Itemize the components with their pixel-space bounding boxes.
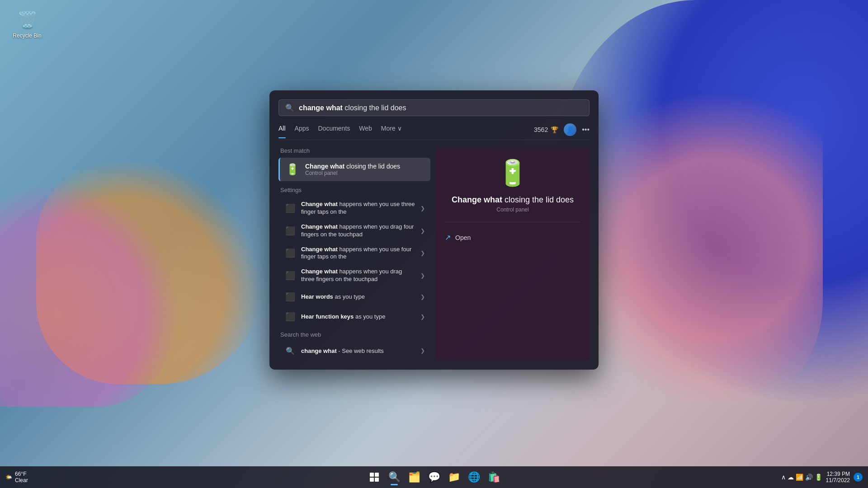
right-panel-subtitle: Control panel <box>496 206 528 213</box>
weather-temp: 66°F <box>15 471 28 477</box>
taskbar-left: 🌤️ 66°F Clear <box>5 471 32 483</box>
chevron-icon-2: ❯ <box>420 228 425 234</box>
search-query-bold: change what <box>299 104 343 112</box>
search-tabs: All Apps Documents Web More ∨ 3562 🏆 👤 •… <box>278 123 590 140</box>
best-match-text: Change what closing the lid does Control… <box>305 163 400 176</box>
teams-icon: 💬 <box>428 471 440 483</box>
settings-section-label: Settings <box>278 187 430 193</box>
search-icon: 🔍 <box>285 103 294 112</box>
files-icon: 📁 <box>448 471 460 483</box>
search-content: Best match 🔋 Change what closing the lid… <box>278 147 590 361</box>
trophy-icon: 🏆 <box>551 126 558 133</box>
open-icon: ↗ <box>445 233 451 242</box>
chevron-up-icon[interactable]: ∧ <box>781 474 786 481</box>
windows-start-button[interactable] <box>365 468 383 486</box>
speaker-icon: 🔊 <box>805 474 813 481</box>
chevron-icon-3: ❯ <box>420 250 425 256</box>
web-search-item[interactable]: 🔍 change what - See web results ❯ <box>278 341 430 361</box>
settings-item-text-6: Hear function keys as you type <box>301 313 416 321</box>
settings-item-hear-words[interactable]: ⬛ Hear words as you type ❯ <box>278 287 430 307</box>
user-avatar[interactable]: 👤 <box>564 123 576 136</box>
taskbar-files-button[interactable]: 📁 <box>445 468 463 486</box>
web-search-label: Search the web <box>280 331 430 338</box>
best-match-title: Change what closing the lid does <box>305 163 400 170</box>
chevron-down-icon: ∨ <box>397 125 402 132</box>
accessibility-icon-1: ⬛ <box>284 291 297 303</box>
tab-documents[interactable]: Documents <box>318 125 350 135</box>
chevron-icon-4: ❯ <box>420 272 425 279</box>
settings-item-hear-function-keys[interactable]: ⬛ Hear function keys as you type ❯ <box>278 307 430 327</box>
desktop: 🗑️ Recycle Bin 🔍 change what closing the… <box>0 0 868 488</box>
recycle-bin-label: Recycle Bin <box>13 33 41 39</box>
best-match-subtitle: Control panel <box>305 170 400 176</box>
open-action[interactable]: ↗ Open <box>445 230 580 245</box>
wifi-icon: 📶 <box>796 474 803 481</box>
tab-all[interactable]: All <box>278 125 286 135</box>
taskbar-teams-button[interactable]: 💬 <box>425 468 443 486</box>
more-options-button[interactable]: ••• <box>582 126 590 134</box>
settings-item-four-finger-drag[interactable]: ⬛ Change what happens when you drag four… <box>278 220 430 242</box>
taskbar-file-explorer-button[interactable]: 🗂️ <box>405 468 423 486</box>
notification-center-button[interactable]: 1 <box>854 473 863 482</box>
search-input[interactable]: change what closing the lid does <box>299 104 583 112</box>
battery-status-icon: 🔋 <box>815 474 822 481</box>
taskbar-weather[interactable]: 🌤️ 66°F Clear <box>5 471 28 483</box>
right-panel-divider <box>445 222 580 222</box>
tab-apps[interactable]: Apps <box>295 125 309 135</box>
search-bar[interactable]: 🔍 change what closing the lid does <box>278 99 590 116</box>
right-panel: 🔋 Change what closing the lid does Contr… <box>436 147 590 361</box>
left-panel: Best match 🔋 Change what closing the lid… <box>278 147 430 361</box>
weather-icon: 🌤️ <box>5 474 12 480</box>
settings-item-text-5: Hear words as you type <box>301 293 416 301</box>
taskbar-right: ∧ ☁ 📶 🔊 🔋 12:39 PM 11/7/2022 1 <box>781 471 863 483</box>
taskbar: 🌤️ 66°F Clear 🔍 <box>0 466 868 488</box>
points-value: 3562 <box>534 126 548 133</box>
battery-icon: 🔋 <box>285 162 300 177</box>
settings-item-three-finger-drag[interactable]: ⬛ Change what happens when you drag thre… <box>278 264 430 287</box>
taskbar-center: 🔍 🗂️ 💬 📁 🌐 🛍️ <box>365 468 503 486</box>
chevron-icon-5: ❯ <box>420 294 425 300</box>
taskbar-edge-button[interactable]: 🌐 <box>465 468 483 486</box>
svg-rect-3 <box>375 478 379 482</box>
accessibility-icon-2: ⬛ <box>284 310 297 323</box>
touchpad-icon-4: ⬛ <box>284 269 297 282</box>
weather-info: 66°F Clear <box>15 471 28 483</box>
cloud-icon: ☁ <box>788 474 794 481</box>
clock-time: 12:39 PM <box>826 471 850 477</box>
taskbar-search-button[interactable]: 🔍 <box>385 468 403 486</box>
recycle-bin-icon[interactable]: 🗑️ Recycle Bin <box>9 9 45 39</box>
tab-more[interactable]: More ∨ <box>381 125 402 135</box>
open-label: Open <box>455 234 471 241</box>
web-search-text: change what - See web results <box>301 347 416 354</box>
svg-rect-1 <box>375 473 379 477</box>
weather-condition: Clear <box>15 477 28 483</box>
edge-icon: 🌐 <box>468 471 480 483</box>
settings-item-text-1: Change what happens when you use three f… <box>301 201 416 216</box>
taskbar-store-button[interactable]: 🛍️ <box>485 468 503 486</box>
search-taskbar-icon: 🔍 <box>388 471 401 483</box>
right-panel-icon: 🔋 <box>497 158 528 188</box>
recycle-bin-graphic: 🗑️ <box>16 9 38 31</box>
best-match-item[interactable]: 🔋 Change what closing the lid does Contr… <box>278 158 430 181</box>
clock-date: 11/7/2022 <box>826 477 850 483</box>
settings-item-text-4: Change what happens when you drag three … <box>301 268 416 283</box>
chevron-icon-6: ❯ <box>420 314 425 320</box>
settings-item-three-finger-tap[interactable]: ⬛ Change what happens when you use three… <box>278 197 430 220</box>
taskbar-clock[interactable]: 12:39 PM 11/7/2022 <box>826 471 850 483</box>
svg-rect-0 <box>370 473 374 477</box>
sys-tray[interactable]: ∧ ☁ 📶 🔊 🔋 <box>781 474 822 481</box>
tabs-right-section: 3562 🏆 👤 ••• <box>534 123 590 136</box>
touchpad-icon-3: ⬛ <box>284 247 297 259</box>
right-panel-actions: ↗ Open <box>445 230 580 245</box>
svg-rect-2 <box>370 478 374 482</box>
chevron-icon-1: ❯ <box>420 205 425 211</box>
settings-item-text-3: Change what happens when you use four fi… <box>301 246 416 261</box>
search-query-normal: closing the lid does <box>343 104 406 112</box>
settings-item-four-finger-tap[interactable]: ⬛ Change what happens when you use four … <box>278 242 430 265</box>
file-explorer-icon: 🗂️ <box>408 471 420 483</box>
tab-web[interactable]: Web <box>359 125 372 135</box>
best-match-label: Best match <box>278 147 430 154</box>
touchpad-icon-2: ⬛ <box>284 225 297 237</box>
store-icon: 🛍️ <box>488 471 500 483</box>
search-panel: 🔍 change what closing the lid does All A… <box>269 90 599 370</box>
